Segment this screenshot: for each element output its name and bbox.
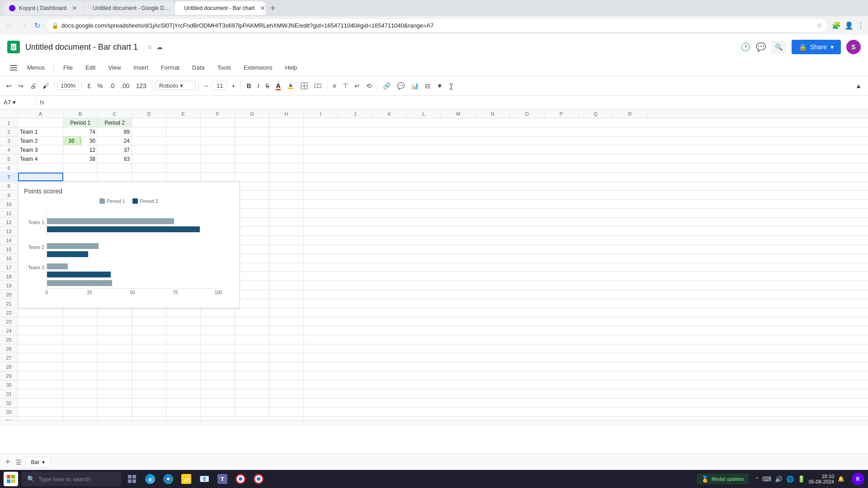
cell-row25-6[interactable] (235, 335, 269, 344)
reload-button[interactable]: ↻ (33, 19, 42, 32)
cell-row26-0[interactable] (18, 344, 63, 353)
cell-b3[interactable]: 30 30 (63, 136, 98, 145)
cell-row26-6[interactable] (235, 344, 269, 353)
cell-row23-3[interactable] (132, 317, 166, 326)
comment-button[interactable]: 💬 (394, 80, 407, 91)
search-header-icon[interactable]: 🔍 (771, 41, 786, 53)
cell-row29-1[interactable] (63, 371, 98, 380)
cell-row24-4[interactable] (166, 326, 201, 335)
cell-row32-0[interactable] (18, 399, 63, 407)
cell-c6[interactable] (98, 164, 132, 172)
cell-row26-3[interactable] (132, 344, 166, 353)
col-header-b[interactable]: B (63, 109, 98, 118)
cell-row24-6[interactable] (235, 326, 269, 335)
cell-row31-0[interactable] (18, 389, 63, 398)
cell-f5[interactable] (201, 155, 235, 163)
cell-row11-6[interactable] (235, 209, 269, 217)
bar-team1-p2[interactable] (47, 226, 200, 232)
cell-row28-4[interactable] (166, 362, 201, 371)
col-header-e[interactable]: E (166, 109, 201, 118)
volume-icon[interactable]: 🔊 (775, 475, 783, 483)
tab-sheets[interactable]: Untitled document - Google D... ✕ (84, 1, 174, 15)
cell-row18-7[interactable] (269, 272, 304, 281)
cell-h6[interactable] (269, 164, 304, 172)
filter-button[interactable]: ⊟ (422, 80, 433, 91)
cell-row25-3[interactable] (132, 335, 166, 344)
align-h-button[interactable]: ≡ (330, 80, 339, 91)
col-header-j[interactable]: J (338, 109, 373, 118)
bar-team4-p1[interactable] (47, 280, 112, 286)
cell-g1[interactable] (235, 118, 269, 127)
chart-button[interactable]: 📊 (408, 80, 421, 91)
cell-row12-6[interactable] (235, 218, 269, 226)
col-header-k[interactable]: K (373, 109, 407, 118)
col-header-a[interactable]: A (18, 109, 63, 118)
cell-e4[interactable] (166, 145, 201, 154)
cell-row15-7[interactable] (269, 245, 304, 253)
taskbar-icon-edge[interactable]: e (143, 472, 157, 486)
cell-row28-3[interactable] (132, 362, 166, 371)
cell-row34-7[interactable] (269, 417, 304, 420)
cell-row32-2[interactable] (98, 399, 132, 407)
cell-h3[interactable] (269, 136, 304, 145)
col-header-l[interactable]: L (407, 109, 441, 118)
bar-team2-p2[interactable] (47, 251, 88, 257)
new-tab-button[interactable]: + (266, 3, 279, 14)
cell-a5[interactable]: Team 4 (18, 155, 63, 163)
cell-row31-1[interactable] (63, 389, 98, 398)
cell-row25-0[interactable] (18, 335, 63, 344)
col-header-f[interactable]: F (201, 109, 235, 118)
menu-format[interactable]: Format (156, 62, 185, 73)
bar-team3-p1[interactable] (47, 263, 68, 269)
menu-data[interactable]: Data (187, 62, 210, 73)
bar-team2-p1[interactable] (47, 243, 99, 249)
cell-row23-2[interactable] (98, 317, 132, 326)
cell-row22-2[interactable] (98, 308, 132, 317)
cell-row28-2[interactable] (98, 362, 132, 371)
align-v-button[interactable]: ⊤ (340, 80, 351, 91)
cell-row8-7[interactable] (269, 182, 304, 190)
cell-row30-5[interactable] (201, 380, 235, 389)
chart-container[interactable]: Points scored Period 1 Period 2 (18, 182, 240, 308)
menu-view[interactable]: View (103, 62, 126, 73)
cell-row34-4[interactable] (166, 417, 201, 420)
cell-row30-3[interactable] (132, 380, 166, 389)
cell-row11-7[interactable] (269, 209, 304, 217)
cell-row25-1[interactable] (63, 335, 98, 344)
clock[interactable]: 18:10 05-08-2024 (809, 474, 834, 484)
bold-button[interactable]: B (244, 80, 254, 91)
cell-h1[interactable] (269, 118, 304, 127)
cell-row30-2[interactable] (98, 380, 132, 389)
cell-h4[interactable] (269, 145, 304, 154)
borders-button[interactable] (298, 80, 311, 91)
cell-row10-6[interactable] (235, 200, 269, 208)
decimal-less-btn[interactable]: .0 (107, 80, 118, 91)
cell-f7[interactable] (201, 173, 235, 181)
cell-row32-6[interactable] (235, 399, 269, 407)
cell-c4[interactable]: 37 (98, 145, 132, 154)
cell-row22-1[interactable] (63, 308, 98, 317)
cell-d2[interactable] (132, 127, 166, 136)
cell-row20-7[interactable] (269, 290, 304, 299)
menu-menus[interactable]: Menus (22, 62, 50, 73)
cell-f3[interactable] (201, 136, 235, 145)
cell-row17-7[interactable] (269, 263, 304, 272)
cell-row27-4[interactable] (166, 353, 201, 362)
notification-bell[interactable]: 🔔 (838, 476, 844, 482)
undo-button[interactable]: ↩ (4, 80, 14, 91)
tab-kopyst[interactable]: Kopyst | Dashboard ✕ (4, 1, 83, 15)
cell-row33-7[interactable] (269, 408, 304, 416)
col-header-m[interactable]: M (441, 109, 476, 118)
col-header-d[interactable]: D (132, 109, 166, 118)
cell-row33-3[interactable] (132, 408, 166, 416)
cell-b4[interactable]: 12 (63, 145, 98, 154)
cell-d1[interactable] (132, 118, 166, 127)
font-color-button[interactable]: A (273, 80, 283, 91)
font-size-plus[interactable]: + (229, 80, 238, 91)
cell-row25-4[interactable] (166, 335, 201, 344)
cell-d4[interactable] (132, 145, 166, 154)
cell-row34-3[interactable] (132, 417, 166, 420)
cell-row27-5[interactable] (201, 353, 235, 362)
cell-g4[interactable] (235, 145, 269, 154)
grid-content[interactable]: Period 1 Period 2 Team 1 74 89 (18, 118, 868, 420)
